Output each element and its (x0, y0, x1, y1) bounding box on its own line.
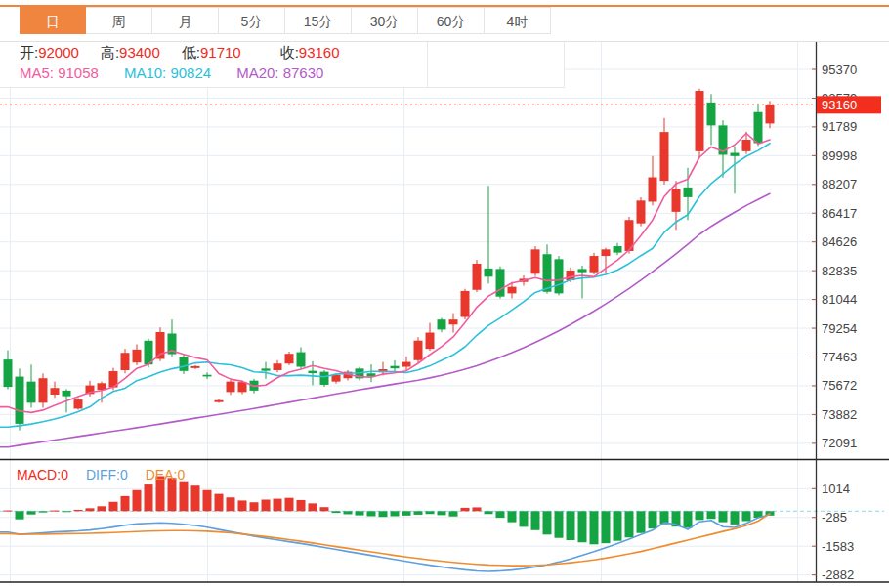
svg-text:88207: 88207 (822, 177, 857, 191)
svg-text:82835: 82835 (822, 264, 857, 278)
svg-text:-2882: -2882 (822, 567, 854, 582)
tab-period-0[interactable]: 日 (20, 7, 86, 34)
svg-text:-285: -285 (822, 510, 847, 525)
ma10-legend: MA10: 90824 (124, 64, 211, 81)
tab-period-4[interactable]: 15分 (285, 7, 352, 34)
close-label: 收: (280, 44, 299, 61)
open-value: 92000 (38, 44, 79, 61)
close-value: 93160 (299, 44, 340, 61)
svg-text:75672: 75672 (822, 378, 857, 393)
ma-row: MA5: 91058MA10: 90824MA20: 87630 (20, 64, 323, 82)
chart-canvas[interactable]: 9537093579917898999888207864178462682835… (0, 0, 889, 588)
ma20-legend: MA20: 87630 (236, 64, 323, 81)
svg-text:1014: 1014 (822, 482, 850, 496)
tab-period-7[interactable]: 4时 (485, 7, 551, 34)
svg-text:89998: 89998 (822, 148, 857, 163)
tab-period-2[interactable]: 月 (152, 7, 219, 34)
svg-text:91789: 91789 (822, 119, 857, 134)
dea-legend: DEA:0 (146, 467, 185, 483)
svg-text:73882: 73882 (822, 407, 857, 422)
open-label: 开: (20, 44, 38, 61)
period-tabbar: 日周月5分15分30分60分4时 (20, 7, 551, 34)
high-label: 高: (101, 44, 119, 61)
svg-text:-1583: -1583 (822, 539, 854, 554)
kline-app: 日周月5分15分30分60分4时 95370935799178989998882… (0, 0, 889, 588)
tab-period-3[interactable]: 5分 (219, 7, 285, 34)
svg-text:77463: 77463 (822, 350, 857, 364)
diff-legend: DIFF:0 (86, 467, 128, 483)
svg-text:95370: 95370 (822, 63, 857, 77)
macd-legend: MACD:0 (17, 467, 68, 483)
macd-legend-row: MACD:0DIFF:0DEA:0 (17, 467, 185, 483)
svg-text:84626: 84626 (822, 234, 857, 249)
ohlc-row: 开:92000高:93400低:91710收:93160 (20, 44, 340, 62)
high-value: 93400 (119, 44, 160, 61)
last-price-badge-text: 93160 (822, 98, 857, 112)
info-divider (427, 42, 428, 88)
tab-period-5[interactable]: 30分 (352, 7, 418, 34)
svg-text:86417: 86417 (822, 206, 857, 221)
tab-period-1[interactable]: 周 (86, 7, 152, 34)
ma5-legend: MA5: 91058 (20, 64, 99, 81)
tab-period-6[interactable]: 60分 (418, 7, 485, 34)
low-value: 91710 (200, 44, 241, 61)
svg-text:81044: 81044 (822, 292, 857, 307)
svg-text:72091: 72091 (822, 436, 857, 450)
svg-text:79254: 79254 (822, 321, 857, 336)
low-label: 低: (182, 44, 200, 61)
